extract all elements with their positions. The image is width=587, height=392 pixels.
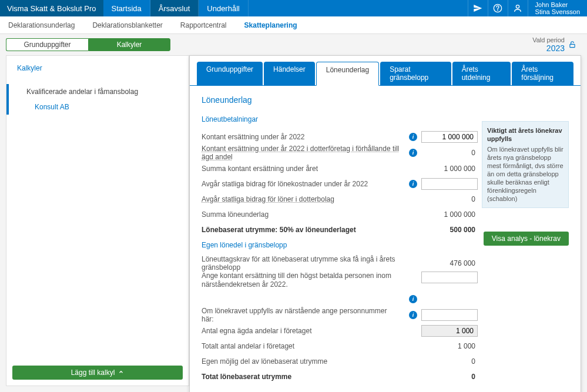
row-label: Om lönekravet uppfylls av närstående ang…: [202, 307, 405, 323]
user-name: John Baker: [535, 1, 580, 8]
section-title: Löneunderlag: [202, 95, 569, 105]
row-value: 476 000: [421, 259, 478, 267]
toolbar: Grunduppgifter Kalkyler Vald period 2023: [0, 34, 587, 55]
row-value: 0: [421, 149, 478, 157]
tabset: Grunduppgifter Händelser Löneunderlag Sp…: [190, 56, 581, 86]
row-label: Totalt antal andelar i företaget: [202, 342, 405, 350]
row-label: Summa kontant ersättning under året: [202, 165, 405, 173]
topnav-year[interactable]: Årsavslut: [150, 0, 199, 16]
info-icon[interactable]: i: [409, 295, 417, 303]
info-icon[interactable]: i: [409, 311, 417, 319]
top-nav: Startsida Årsavslut Underhåll: [103, 0, 249, 16]
row-value: 1 000 000: [421, 210, 478, 219]
info-icon[interactable]: i: [409, 180, 417, 188]
input-egna-andelar: [421, 325, 478, 337]
chevron-up-icon: [118, 368, 124, 377]
input-personnummer[interactable]: [421, 309, 478, 321]
svg-rect-3: [570, 44, 575, 47]
topnav-start[interactable]: Startsida: [103, 0, 150, 16]
tab-handelser[interactable]: Händelser: [264, 62, 315, 85]
info-callout: Viktigt att årets lönekrav uppfylls Om l…: [482, 121, 569, 208]
pill-grund[interactable]: Grunduppgifter: [6, 38, 88, 51]
add-calc-button[interactable]: Lägg till kalkyl: [12, 366, 183, 380]
analysis-button[interactable]: Visa analys - lönekrav: [484, 232, 569, 246]
row-label: Kontant ersättning under år 2022: [202, 133, 405, 141]
svg-point-1: [498, 10, 498, 11]
row-label: Totat lönebaserat utrymme: [202, 373, 405, 381]
subsection-egen: Egen lönedel i gränsbelopp: [202, 241, 478, 249]
row-label: Egen möjlig del av lönebaserat utrymme: [202, 357, 405, 366]
tab-sparat[interactable]: Sparat gränsbelopp: [380, 62, 451, 85]
row-label: Summa löneunderlag: [202, 210, 405, 219]
input-hogst-betalda[interactable]: [421, 272, 478, 283]
pill-kalkyler[interactable]: Kalkyler: [88, 38, 170, 51]
tree-child[interactable]: Konsult AB: [6, 99, 189, 115]
brand: Visma Skatt & Bokslut Pro: [0, 0, 103, 16]
user-company: Stina Svensson: [535, 8, 580, 15]
callout-body: Om lönekravet uppfylls blir årets nya gr…: [487, 145, 563, 203]
sidebar-title: Kalkyler: [6, 56, 189, 78]
subnav-tax-plan[interactable]: Skatteplanering: [244, 21, 297, 29]
row-label: Löneuttagskrav för att lönebaserat utrym…: [202, 255, 405, 272]
row-label: Ange kontant ersättning till den högst b…: [202, 272, 405, 289]
svg-point-2: [516, 5, 519, 8]
sidebar: Kalkyler Kvalificerade andelar i fåmansb…: [6, 55, 189, 386]
row-value: 0: [421, 357, 478, 366]
input-ersattning-2022[interactable]: [421, 131, 478, 143]
topnav-maint[interactable]: Underhåll: [199, 0, 249, 16]
tab-utdelning[interactable]: Årets utdelning: [452, 62, 511, 85]
period-year: 2023: [532, 43, 565, 53]
subnav-decl-base[interactable]: Deklarationsunderlag: [8, 21, 75, 29]
add-calc-label: Lägg till kalkyl: [71, 368, 115, 377]
row-value: 1 000: [421, 342, 478, 350]
row-label[interactable]: Avgår statliga bidrag för löner i dotter…: [202, 195, 405, 203]
callout-title: Viktigt att årets lönekrav uppfylls: [487, 126, 563, 143]
row-value: 1 000 000: [421, 165, 478, 173]
subnav-decl-forms[interactable]: Deklarationsblanketter: [92, 21, 162, 29]
info-icon[interactable]: i: [409, 149, 417, 157]
subsection-pay: Löneutbetalningar: [202, 115, 478, 123]
row-label: Avgår statliga bidrag för lönekostnader …: [202, 180, 405, 188]
tab-forsaljning[interactable]: Årets försäljning: [512, 62, 573, 85]
tab-grunduppgifter[interactable]: Grunduppgifter: [197, 62, 263, 85]
main-panel: Grunduppgifter Händelser Löneunderlag Sp…: [189, 55, 581, 392]
row-label: Antal egna ägda andelar i företaget: [202, 327, 405, 335]
sub-nav: Deklarationsunderlag Deklarationsblanket…: [0, 16, 587, 34]
lock-icon: [568, 41, 576, 49]
subnav-report[interactable]: Rapportcentral: [180, 21, 227, 29]
tab-loneunderlag[interactable]: Löneunderlag: [316, 62, 379, 86]
row-value: 500 000: [421, 226, 478, 234]
user-block[interactable]: John Baker Stina Svensson: [528, 0, 587, 16]
top-bar: Visma Skatt & Bokslut Pro Startsida Årsa…: [0, 0, 587, 16]
period-label: Vald period: [532, 36, 565, 43]
tree-parent[interactable]: Kvalificerade andelar i fåmansbolag: [6, 84, 189, 99]
input-bidrag-2022[interactable]: [421, 178, 478, 190]
row-value: 0: [421, 195, 478, 203]
help-icon[interactable]: [488, 0, 508, 16]
user-icon[interactable]: [508, 0, 528, 16]
row-label: Lönebaserat utrymme: 50% av löneunderlag…: [202, 226, 405, 234]
row-label[interactable]: Kontant ersättning under år 2022 i dotte…: [202, 145, 405, 161]
info-icon[interactable]: i: [409, 133, 417, 141]
period-block: Vald period 2023: [532, 36, 581, 53]
row-value: 0: [421, 373, 478, 381]
feedback-icon[interactable]: [468, 0, 488, 16]
